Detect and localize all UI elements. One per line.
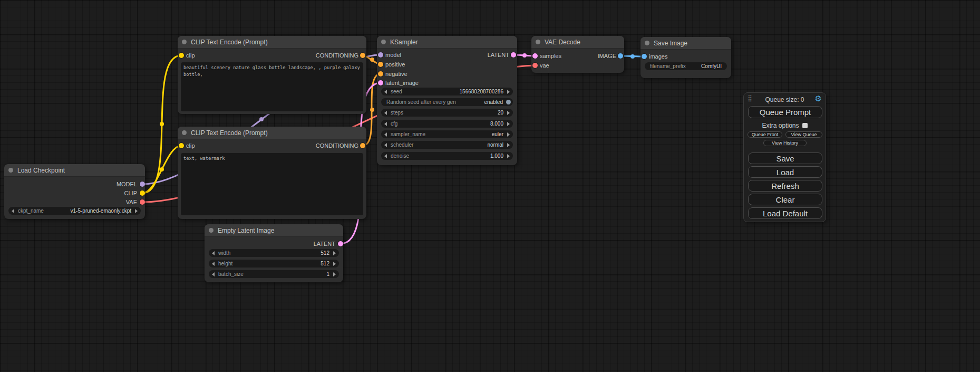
widget-height[interactable]: height 512	[209, 260, 339, 268]
output-slot-latent[interactable]	[511, 52, 516, 58]
decrement-arrow-icon[interactable]	[384, 154, 387, 158]
collapse-dot-icon[interactable]	[645, 41, 649, 45]
node-title: Save Image	[654, 40, 687, 47]
widget-random-seed-toggle[interactable]: Random seed after every gen enabled	[381, 98, 513, 106]
output-slot-conditioning[interactable]	[360, 53, 365, 58]
decrement-arrow-icon[interactable]	[212, 251, 215, 255]
node-clip-text-encode-negative[interactable]: CLIP Text Encode (Prompt) clip CONDITION…	[178, 127, 366, 219]
input-slot-clip[interactable]	[179, 53, 184, 58]
widget-value: 1.000	[490, 153, 503, 159]
input-label-samples: samples	[540, 53, 561, 59]
widget-name: height	[218, 261, 232, 266]
input-slot-positive[interactable]	[378, 62, 383, 67]
increment-arrow-icon[interactable]	[507, 154, 510, 158]
node-load-checkpoint[interactable]: Load Checkpoint MODEL CLIP VAE ckpt_name…	[4, 164, 145, 219]
link-dot	[370, 108, 374, 112]
output-label-model: MODEL	[117, 181, 137, 187]
graph-canvas[interactable]: Load Checkpoint MODEL CLIP VAE ckpt_name…	[0, 0, 980, 372]
collapse-dot-icon[interactable]	[8, 168, 13, 173]
input-slot-negative[interactable]	[378, 71, 383, 77]
node-title-bar[interactable]: Load Checkpoint	[4, 164, 145, 177]
collapse-dot-icon[interactable]	[209, 228, 214, 233]
node-title-bar[interactable]: CLIP Text Encode (Prompt)	[178, 36, 366, 49]
load-default-button[interactable]: Load Default	[748, 207, 822, 219]
prev-arrow-icon[interactable]	[384, 143, 387, 147]
widget-width[interactable]: width 512	[209, 249, 339, 257]
widget-name: Random seed after every gen	[386, 99, 456, 105]
widget-batch-size[interactable]: batch_size 1	[209, 270, 339, 278]
widget-filename-prefix[interactable]: filename_prefix ComfyUI	[645, 62, 727, 70]
queue-front-button[interactable]: Queue Front	[748, 131, 782, 138]
view-history-button[interactable]: View History	[763, 140, 807, 146]
widget-name: denoise	[391, 153, 409, 159]
output-slot-latent[interactable]	[338, 241, 343, 246]
load-button[interactable]: Load	[748, 166, 822, 178]
collapse-dot-icon[interactable]	[182, 40, 187, 44]
collapse-dot-icon[interactable]	[536, 40, 540, 44]
widget-denoise[interactable]: denoise 1.000	[381, 152, 513, 160]
output-slot-model[interactable]	[140, 182, 145, 187]
prompt-textarea[interactable]: beautiful scenery nature glass bottle la…	[181, 62, 363, 111]
widget-steps[interactable]: steps 20	[381, 109, 513, 117]
output-label-clip: CLIP	[124, 190, 137, 196]
widget-ckpt-name[interactable]: ckpt_name v1-5-pruned-emaonly.ckpt	[8, 207, 141, 215]
prompt-textarea[interactable]: text, watermark	[181, 153, 363, 215]
input-slot-model[interactable]	[378, 52, 383, 58]
node-vae-decode[interactable]: VAE Decode samples vae IMAGE	[531, 36, 624, 73]
decrement-arrow-icon[interactable]	[384, 111, 387, 115]
node-title: KSampler	[390, 39, 418, 46]
input-slot-latent-image[interactable]	[378, 80, 383, 85]
node-clip-text-encode-positive[interactable]: CLIP Text Encode (Prompt) clip CONDITION…	[178, 36, 366, 114]
widget-value: v1-5-pruned-emaonly.ckpt	[71, 208, 131, 214]
output-slot-vae[interactable]	[140, 199, 145, 205]
node-title-bar[interactable]: Save Image	[641, 37, 731, 50]
widget-cfg[interactable]: cfg 8.000	[381, 120, 513, 128]
save-button[interactable]: Save	[748, 152, 822, 164]
collapse-dot-icon[interactable]	[182, 130, 187, 135]
decrement-arrow-icon[interactable]	[384, 122, 387, 126]
widget-scheduler[interactable]: scheduler normal	[381, 141, 513, 149]
view-queue-button[interactable]: View Queue	[785, 131, 822, 138]
node-title-bar[interactable]: VAE Decode	[531, 36, 624, 49]
decrement-arrow-icon[interactable]	[212, 262, 215, 266]
input-label-clip: clip	[186, 142, 195, 149]
next-arrow-icon[interactable]	[135, 209, 138, 213]
input-label-positive: positive	[385, 61, 405, 68]
node-title-bar[interactable]: Empty Latent Image	[205, 224, 343, 237]
input-slot-vae[interactable]	[532, 63, 538, 68]
node-empty-latent-image[interactable]: Empty Latent Image LATENT width 512 heig…	[205, 224, 343, 282]
input-slot-images[interactable]	[642, 54, 647, 59]
output-slot-clip[interactable]	[140, 190, 145, 196]
input-slot-clip[interactable]	[179, 143, 184, 148]
toggle-indicator[interactable]	[506, 100, 511, 104]
extra-options-checkbox[interactable]	[802, 123, 808, 128]
increment-arrow-icon[interactable]	[507, 111, 510, 115]
output-slot-image[interactable]	[618, 53, 623, 59]
decrement-arrow-icon[interactable]	[212, 272, 215, 276]
node-title-bar[interactable]: CLIP Text Encode (Prompt)	[178, 127, 366, 139]
increment-arrow-icon[interactable]	[507, 90, 510, 94]
widget-name: seed	[391, 89, 402, 94]
increment-arrow-icon[interactable]	[333, 272, 336, 276]
refresh-button[interactable]: Refresh	[748, 180, 822, 192]
next-arrow-icon[interactable]	[507, 132, 510, 137]
increment-arrow-icon[interactable]	[507, 122, 510, 126]
node-save-image[interactable]: Save Image images filename_prefix ComfyU…	[641, 37, 731, 78]
next-arrow-icon[interactable]	[507, 143, 510, 147]
settings-gear-icon[interactable]: ⚙	[815, 94, 822, 103]
increment-arrow-icon[interactable]	[333, 262, 336, 266]
queue-prompt-button[interactable]: Queue Prompt	[748, 106, 822, 118]
output-slot-conditioning[interactable]	[360, 143, 365, 148]
decrement-arrow-icon[interactable]	[384, 90, 387, 94]
clear-button[interactable]: Clear	[748, 194, 822, 205]
widget-seed[interactable]: seed 156680208700286	[381, 88, 513, 96]
prev-arrow-icon[interactable]	[384, 132, 387, 137]
node-title-bar[interactable]: KSampler	[377, 36, 517, 49]
collapse-dot-icon[interactable]	[381, 40, 386, 44]
input-label-clip: clip	[186, 52, 195, 59]
input-slot-samples[interactable]	[532, 53, 538, 59]
widget-sampler-name[interactable]: sampler_name euler	[381, 130, 513, 138]
increment-arrow-icon[interactable]	[333, 251, 336, 255]
prev-arrow-icon[interactable]	[12, 209, 14, 213]
node-ksampler[interactable]: KSampler model positive negative latent_…	[377, 36, 517, 165]
